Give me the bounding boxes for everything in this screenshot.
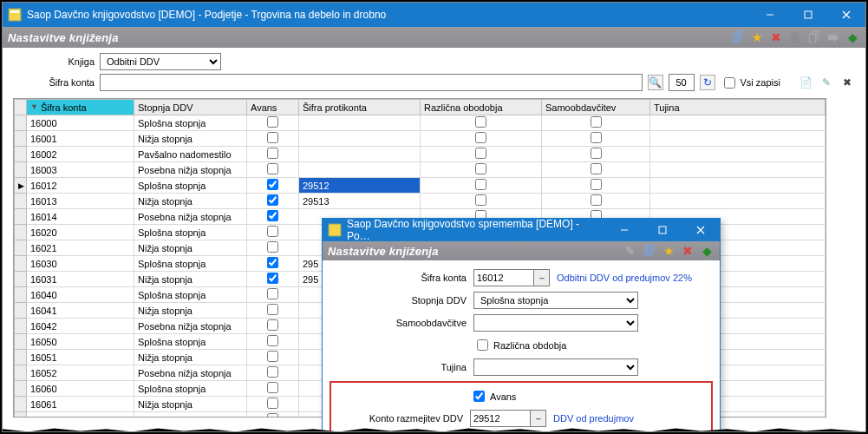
dlg-minimize-button[interactable] [605,219,643,241]
cell-stopnja[interactable]: Splošna stopnja [134,256,247,272]
dlg-export-icon[interactable]: 🗐 [642,243,657,259]
cell-sifra-konta[interactable]: 16030 [27,256,134,272]
search-icon[interactable]: 🔍 [648,75,663,90]
delete-icon[interactable]: ✖ [768,30,784,45]
cell-razlicna[interactable] [421,147,542,162]
dlg-samo-combo[interactable] [473,314,638,332]
cell-tujina[interactable] [650,178,826,194]
cell-sifra-konta[interactable]: 16013 [27,194,134,209]
cell-avans[interactable] [247,397,299,412]
cell-sifra-konta[interactable]: 16000 [27,115,134,131]
cell-sifra-konta[interactable]: 16040 [27,287,134,303]
cell-sifra-konta[interactable]: 16060 [27,381,134,397]
dlg-avans-checkbox[interactable]: Avans [470,388,516,404]
cell-avans[interactable] [247,412,299,418]
cell-avans[interactable] [247,131,299,147]
cell-sifra-konta[interactable]: 16052 [27,365,134,381]
cell-sifra-konta[interactable]: 16002 [27,147,134,162]
col-avans[interactable]: Avans [247,100,299,115]
cell-sifra-konta[interactable]: 16050 [27,334,134,350]
dlg-maximize-button[interactable] [643,219,682,241]
cell-protikonta[interactable] [299,147,421,162]
cell-samo[interactable] [542,178,650,194]
cell-stopnja[interactable]: Splošna stopnja [134,381,247,397]
cell-samo[interactable] [542,194,650,209]
cell-razlicna[interactable] [421,194,542,209]
cell-avans[interactable] [247,319,299,334]
cell-avans[interactable] [247,365,299,381]
cell-sifra-konta[interactable]: 16021 [27,240,134,256]
cell-stopnja[interactable]: Posebna nižja stopnja [134,412,247,418]
table-row[interactable]: ▶16012Splošna stopnja29512 [15,178,826,194]
cell-avans[interactable] [247,350,299,365]
cell-stopnja[interactable]: Nižja stopnja [134,240,247,256]
refresh-icon[interactable]: ↻ [700,75,715,90]
table-row[interactable]: 16000Splošna stopnja [15,115,826,131]
cell-stopnja[interactable]: Nižja stopnja [134,350,247,365]
cell-sifra-konta[interactable]: 16051 [27,350,134,365]
dlg-konto-lookup[interactable]: ··· [531,410,546,427]
cell-sifra-konta[interactable]: 16061 [27,397,134,412]
cell-tujina[interactable] [650,115,826,131]
maximize-button[interactable] [789,3,827,27]
table-row[interactable]: 16003Posebna nižja stopnja [15,162,826,178]
page-size-input[interactable] [669,74,695,91]
minimize-button[interactable] [751,3,789,27]
cell-avans[interactable] [247,225,299,240]
cell-stopnja[interactable]: Nižja stopnja [134,272,247,287]
send-icon[interactable]: 🡆 [826,30,841,45]
favorite-icon[interactable]: ★ [749,30,765,45]
cell-avans[interactable] [247,194,299,209]
cell-stopnja[interactable]: Posebna nižja stopnja [134,162,247,178]
cell-sifra-konta[interactable]: 16020 [27,225,134,240]
dlg-help-icon[interactable]: ◆ [699,243,715,259]
cell-protikonta[interactable]: 29513 [299,194,421,209]
cell-avans[interactable] [247,209,299,225]
cell-avans[interactable] [247,162,299,178]
cell-stopnja[interactable]: Nižja stopnja [134,303,247,319]
cell-stopnja[interactable]: Splošna stopnja [134,225,247,240]
cell-avans[interactable] [247,178,299,194]
cell-avans[interactable] [247,381,299,397]
dlg-tujina-combo[interactable] [473,358,638,376]
cell-stopnja[interactable]: Splošna stopnja [134,115,247,131]
delete-record-icon[interactable]: ✖ [839,75,855,90]
col-stopnja-ddv[interactable]: Stopnja DDV [134,100,247,115]
cell-stopnja[interactable]: Pavšalno nadomestilo [134,147,247,162]
knjiga-combo[interactable]: Odbitni DDV [100,53,221,70]
cell-tujina[interactable] [650,147,826,162]
dlg-konto-input[interactable] [470,410,531,427]
cell-avans[interactable] [247,334,299,350]
help-icon[interactable]: ◆ [845,30,860,45]
table-row[interactable]: 16013Nižja stopnja29513 [15,194,826,209]
col-sifra-protikonta[interactable]: Šifra protikonta [299,100,421,115]
cell-sifra-konta[interactable]: 16003 [27,162,134,178]
table-row[interactable]: 16001Nižja stopnja [15,131,826,147]
cell-avans[interactable] [247,115,299,131]
cell-avans[interactable] [247,287,299,303]
cell-protikonta[interactable]: 29512 [299,178,421,194]
cell-stopnja[interactable]: Nižja stopnja [134,194,247,209]
cell-avans[interactable] [247,147,299,162]
cell-stopnja[interactable]: Splošna stopnja [134,334,247,350]
col-tujina[interactable]: Tujina [650,100,826,115]
cell-sifra-konta[interactable]: 16001 [27,131,134,147]
dlg-delete-icon[interactable]: ✖ [680,243,695,259]
cell-stopnja[interactable]: Splošna stopnja [134,178,247,194]
cell-sifra-konta[interactable]: 16014 [27,209,134,225]
dlg-stopnja-combo[interactable]: Splošna stopnja [473,292,638,309]
cell-protikonta[interactable] [299,131,421,147]
dlg-close-button[interactable] [682,219,720,241]
cell-stopnja[interactable]: Nižja stopnja [134,397,247,412]
cell-samo[interactable] [542,162,650,178]
cell-tujina[interactable] [650,162,826,178]
dlg-razlicna-checkbox[interactable]: Različna obdobja [473,337,566,353]
cell-sifra-konta[interactable]: 16062 [27,412,134,418]
cell-avans[interactable] [247,240,299,256]
cell-avans[interactable] [247,303,299,319]
cell-stopnja[interactable]: Posebna nižja stopnja [134,209,247,225]
cell-stopnja[interactable]: Posebna nižja stopnja [134,365,247,381]
close-button[interactable] [827,3,865,27]
cell-samo[interactable] [542,115,650,131]
table-row[interactable]: 16002Pavšalno nadomestilo [15,147,826,162]
